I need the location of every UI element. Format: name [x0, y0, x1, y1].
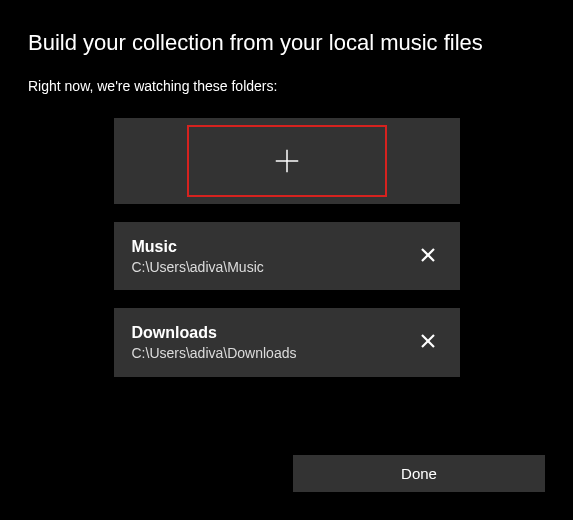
folder-item: Downloads C:\Users\adiva\Downloads [112, 306, 462, 378]
close-icon [420, 333, 436, 349]
dialog-footer: Done [293, 455, 545, 492]
folder-path: C:\Users\adiva\Music [132, 258, 264, 277]
folder-info: Downloads C:\Users\adiva\Downloads [132, 322, 297, 362]
folder-item: Music C:\Users\adiva\Music [112, 220, 462, 292]
close-icon [420, 247, 436, 263]
folders-list: Music C:\Users\adiva\Music Downloads C:\… [28, 116, 545, 379]
dialog-subtitle: Right now, we're watching these folders: [28, 78, 545, 94]
remove-folder-button[interactable] [414, 241, 442, 272]
dialog-title: Build your collection from your local mu… [28, 30, 545, 56]
folder-name: Downloads [132, 322, 297, 344]
add-folder-card[interactable] [112, 116, 462, 206]
remove-folder-button[interactable] [414, 327, 442, 358]
done-button[interactable]: Done [293, 455, 545, 492]
plus-icon [272, 146, 302, 176]
folder-name: Music [132, 236, 264, 258]
folder-info: Music C:\Users\adiva\Music [132, 236, 264, 276]
folder-path: C:\Users\adiva\Downloads [132, 344, 297, 363]
